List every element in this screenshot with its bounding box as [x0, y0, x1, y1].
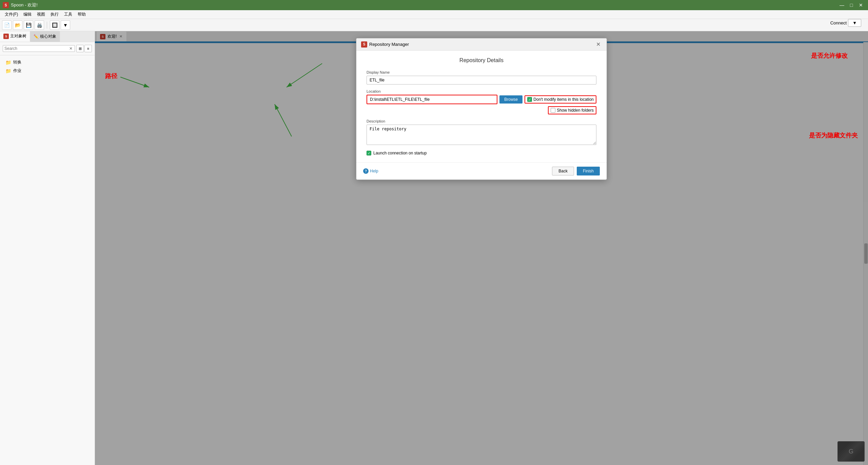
annotation-hidden: 是否为隐藏文件夹: [809, 131, 858, 140]
tab-main-tree[interactable]: S 主对象树: [0, 31, 30, 42]
annotation-path: 路径: [105, 72, 117, 80]
maximize-button[interactable]: □: [847, 1, 856, 9]
svg-line-1: [287, 63, 322, 87]
description-label: Description: [367, 119, 596, 123]
modal-body: Repository Details Display Name Location…: [356, 51, 607, 162]
connect-area: Connect ▼: [830, 19, 861, 27]
modal-title-wrap: S Repository Manager: [361, 41, 409, 48]
svg-line-0: [120, 77, 149, 87]
menu-help[interactable]: 帮助: [75, 11, 88, 18]
location-input[interactable]: [367, 95, 497, 104]
menu-run[interactable]: 执行: [48, 11, 61, 18]
show-hidden-checkbox-wrap: Show hidden folders: [548, 106, 596, 114]
toolbar-new[interactable]: 📄: [2, 20, 12, 30]
modal-title: Repository Manager: [369, 42, 409, 47]
app-icon: S: [3, 2, 9, 8]
description-textarea[interactable]: File repository: [367, 125, 596, 145]
tree-item-transform[interactable]: 📁 转换: [3, 58, 92, 67]
left-panel: S 主对象树 ✏️ 核心对象 ✕ ⊞ ≡ 📁 转换: [0, 31, 95, 465]
display-name-label: Display Name: [367, 70, 596, 74]
close-button[interactable]: ✕: [856, 1, 865, 9]
help-link[interactable]: ? Help: [363, 168, 378, 174]
tree-item-transform-label: 转换: [13, 59, 21, 65]
show-hidden-checkbox[interactable]: [551, 108, 555, 113]
toolbar: 📄 📂 💾 🖨️ 🔲 ▼ Connect ▼: [0, 19, 868, 31]
tree-item-job[interactable]: 📁 作业: [3, 67, 92, 75]
toolbar-print[interactable]: 🖨️: [35, 20, 44, 30]
location-group: Location Browse ✓ Don't modify items in …: [367, 89, 596, 114]
location-row: Browse ✓ Don't modify items in this loca…: [367, 95, 596, 104]
tab-core-objects[interactable]: ✏️ 核心对象: [30, 31, 60, 42]
modal-overlay: S Repository Manager ✕ Repository Detail…: [95, 31, 868, 465]
toolbar-layers[interactable]: 🔲: [50, 20, 59, 30]
footer-buttons: Back Finish: [552, 167, 600, 175]
folder-icon-job: 📁: [5, 68, 11, 74]
modal-close-button[interactable]: ✕: [595, 41, 602, 48]
svg-line-2: [275, 104, 292, 136]
modal-header: S Repository Manager ✕: [356, 38, 607, 51]
core-objects-label: 核心对象: [40, 34, 56, 39]
view-list-button[interactable]: ≡: [84, 45, 92, 52]
folder-icon-transform: 📁: [5, 60, 11, 65]
app-title: Spoon - 欢迎!: [11, 2, 38, 8]
main-layout: S 主对象树 ✏️ 核心对象 ✕ ⊞ ≡ 📁 转换: [0, 31, 868, 465]
finish-button[interactable]: Finish: [577, 167, 600, 175]
connect-dropdown[interactable]: ▼: [848, 19, 861, 27]
menu-tools[interactable]: 工具: [61, 11, 75, 18]
title-bar-controls: — □ ✕: [837, 1, 865, 9]
menu-view[interactable]: 视图: [34, 11, 48, 18]
toolbar-save[interactable]: 💾: [24, 20, 33, 30]
menu-bar: 文件(F) 编辑 视图 执行 工具 帮助: [0, 10, 868, 19]
modal-section-title: Repository Details: [367, 57, 596, 63]
browse-button[interactable]: Browse: [499, 95, 522, 104]
main-tree-label: 主对象树: [10, 33, 26, 39]
display-name-group: Display Name: [367, 70, 596, 85]
toolbar-dropdown[interactable]: ▼: [61, 20, 70, 30]
toolbar-open[interactable]: 📂: [13, 20, 22, 30]
menu-edit[interactable]: 编辑: [21, 11, 34, 18]
minimize-button[interactable]: —: [837, 1, 846, 9]
menu-file[interactable]: 文件(F): [2, 11, 21, 18]
tree-area: 📁 转换 📁 作业: [0, 55, 95, 465]
display-name-input[interactable]: [367, 76, 596, 85]
search-input-wrap: ✕: [3, 45, 75, 52]
show-hidden-row: Show hidden folders: [367, 106, 596, 114]
annotation-modify: 是否允许修改: [811, 52, 848, 60]
launch-checkbox-row: ✓ Launch connection on startup: [367, 151, 596, 155]
modal-title-icon: S: [361, 41, 367, 48]
help-icon: ?: [363, 168, 369, 174]
dont-modify-label: Don't modify items in this location: [533, 97, 594, 102]
connect-label: Connect: [830, 20, 847, 25]
modal-footer: ? Help Back Finish: [356, 162, 607, 180]
dont-modify-checkbox[interactable]: ✓: [527, 97, 532, 102]
view-tree-button[interactable]: ⊞: [76, 45, 84, 52]
core-objects-icon: ✏️: [34, 34, 39, 39]
show-hidden-label: Show hidden folders: [557, 108, 594, 113]
search-input[interactable]: [4, 46, 68, 51]
right-panel: S 欢迎! ✕ S Repository Manager ✕: [95, 31, 868, 465]
launch-label: Launch connection on startup: [373, 151, 427, 155]
description-group: Description File repository: [367, 119, 596, 146]
view-buttons: ⊞ ≡: [76, 45, 92, 52]
tab-bar: S 主对象树 ✏️ 核心对象: [0, 31, 95, 42]
tree-item-job-label: 作业: [13, 68, 21, 74]
back-button[interactable]: Back: [552, 167, 574, 175]
repository-manager-modal: S Repository Manager ✕ Repository Detail…: [356, 38, 607, 180]
location-label: Location: [367, 89, 596, 93]
help-label: Help: [370, 169, 378, 173]
search-clear-button[interactable]: ✕: [68, 46, 73, 51]
title-bar-left: S Spoon - 欢迎!: [3, 2, 38, 8]
toolbar-sep: [47, 22, 47, 29]
launch-checkbox[interactable]: ✓: [367, 151, 371, 155]
search-bar: ✕ ⊞ ≡: [0, 42, 95, 55]
dont-modify-checkbox-wrap: ✓ Don't modify items in this location: [525, 95, 596, 104]
main-tree-icon: S: [3, 34, 9, 39]
title-bar: S Spoon - 欢迎! — □ ✕: [0, 0, 868, 10]
